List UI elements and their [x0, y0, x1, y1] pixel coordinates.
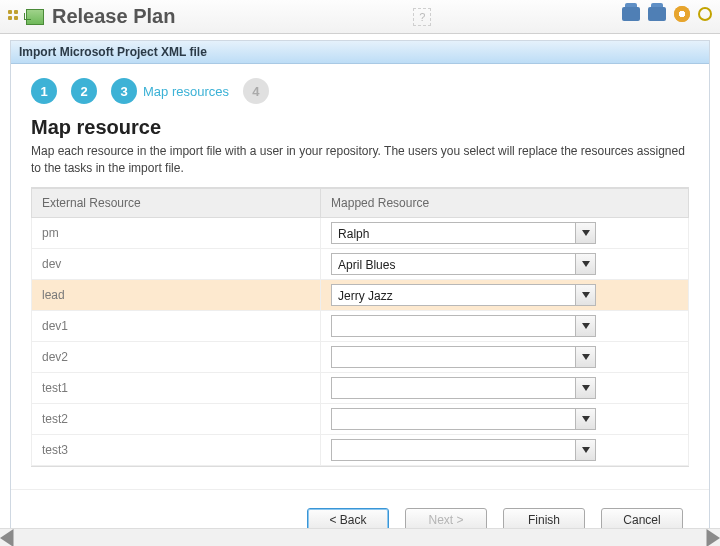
plan-icon [26, 9, 44, 25]
chevron-down-icon[interactable] [575, 440, 595, 460]
mapped-resource-cell: Ralph [321, 217, 689, 248]
step-circle: 1 [31, 78, 57, 104]
mapping-table: External Resource Mapped Resource pmRalp… [31, 187, 689, 467]
mapped-resource-select[interactable]: April Blues [331, 253, 596, 275]
import-dialog: Import Microsoft Project XML file 1 2 3 … [10, 40, 710, 546]
table-row: dev2 [32, 341, 689, 372]
grip-icon [8, 10, 22, 24]
external-resource-cell: dev1 [32, 310, 321, 341]
dialog-title: Import Microsoft Project XML file [11, 41, 709, 64]
col-external-resource: External Resource [32, 188, 321, 217]
box-icon[interactable] [622, 7, 640, 21]
mapped-resource-select[interactable] [331, 346, 596, 368]
wizard-step-4[interactable]: 4 [243, 78, 269, 104]
mapped-resource-cell: Jerry Jazz [321, 279, 689, 310]
mapped-resource-cell [321, 372, 689, 403]
table-row: test3 [32, 434, 689, 465]
header-right-icons [622, 6, 712, 22]
external-resource-cell: lead [32, 279, 321, 310]
help-icon[interactable]: ? [413, 8, 431, 26]
chevron-down-icon[interactable] [575, 347, 595, 367]
mapped-resource-select[interactable] [331, 377, 596, 399]
select-value: Jerry Jazz [332, 285, 575, 305]
select-value [332, 316, 575, 336]
table-row: pmRalph [32, 217, 689, 248]
mapped-resource-select[interactable] [331, 439, 596, 461]
app-header: Release Plan ? [0, 0, 720, 34]
select-value [332, 440, 575, 460]
box-icon-2[interactable] [648, 7, 666, 21]
wizard-step-1[interactable]: 1 [31, 78, 57, 104]
page-title: Release Plan [52, 5, 175, 28]
select-value [332, 378, 575, 398]
external-resource-cell: dev [32, 248, 321, 279]
col-mapped-resource: Mapped Resource [321, 188, 689, 217]
mapped-resource-cell [321, 434, 689, 465]
mapped-resource-cell [321, 403, 689, 434]
select-value: Ralph [332, 223, 575, 243]
wizard-step-3[interactable]: 3 Map resources [111, 78, 229, 104]
gear-icon[interactable] [674, 6, 690, 22]
external-resource-cell: test2 [32, 403, 321, 434]
external-resource-cell: test3 [32, 434, 321, 465]
section-description: Map each resource in the import file wit… [11, 143, 709, 187]
chevron-down-icon[interactable] [575, 223, 595, 243]
step-circle: 2 [71, 78, 97, 104]
scroll-right-icon[interactable] [702, 530, 720, 546]
table-row: dev1 [32, 310, 689, 341]
header-left-icons [8, 9, 44, 25]
scroll-left-icon[interactable] [0, 530, 18, 546]
chevron-down-icon[interactable] [575, 316, 595, 336]
chevron-down-icon[interactable] [575, 378, 595, 398]
mapped-resource-select[interactable] [331, 408, 596, 430]
select-value: April Blues [332, 254, 575, 274]
chevron-down-icon[interactable] [575, 254, 595, 274]
step-label: Map resources [143, 84, 229, 99]
table-row: test2 [32, 403, 689, 434]
mapped-resource-select[interactable]: Ralph [331, 222, 596, 244]
chevron-down-icon[interactable] [575, 409, 595, 429]
mapped-resource-cell [321, 310, 689, 341]
section-title: Map resource [11, 116, 709, 139]
scrollbar-track[interactable] [18, 529, 702, 546]
table-row: devApril Blues [32, 248, 689, 279]
wizard-step-2[interactable]: 2 [71, 78, 97, 104]
select-value [332, 347, 575, 367]
mapped-resource-cell [321, 341, 689, 372]
table-row: leadJerry Jazz [32, 279, 689, 310]
external-resource-cell: pm [32, 217, 321, 248]
mapped-resource-cell: April Blues [321, 248, 689, 279]
chevron-down-icon[interactable] [575, 285, 595, 305]
table-row: test1 [32, 372, 689, 403]
external-resource-cell: dev2 [32, 341, 321, 372]
wizard-steps: 1 2 3 Map resources 4 [11, 64, 709, 112]
horizontal-scrollbar[interactable] [0, 528, 720, 546]
mapped-resource-select[interactable]: Jerry Jazz [331, 284, 596, 306]
step-circle: 3 [111, 78, 137, 104]
select-value [332, 409, 575, 429]
mapped-resource-select[interactable] [331, 315, 596, 337]
external-resource-cell: test1 [32, 372, 321, 403]
link-icon[interactable] [698, 7, 712, 21]
step-circle: 4 [243, 78, 269, 104]
